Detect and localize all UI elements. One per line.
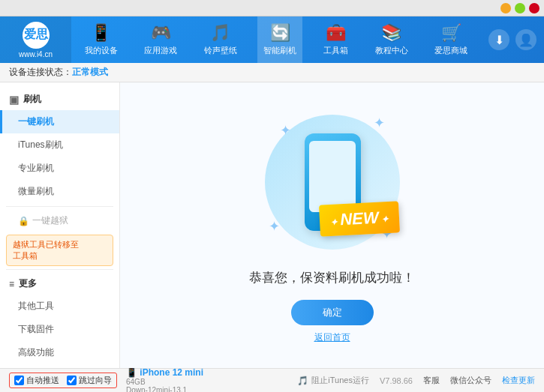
download-button[interactable]: ⬇ <box>488 29 509 50</box>
back-to-home-link[interactable]: 返回首页 <box>314 331 350 344</box>
sidebar-item-advanced[interactable]: 高级功能 <box>0 341 119 364</box>
sparkle-3: ✦ <box>269 218 280 235</box>
device-capacity: 64GB <box>126 378 203 386</box>
version-text: V7.98.66 <box>380 376 413 385</box>
wechat-official-link[interactable]: 微信公众号 <box>450 375 491 386</box>
nav-toolbox[interactable]: 🧰 工具箱 <box>317 16 354 63</box>
sidebar-section-flash: ▣ 刷机 <box>0 88 119 110</box>
nav-app-game[interactable]: 🎮 应用游戏 <box>138 16 183 63</box>
maximize-button[interactable] <box>515 3 525 13</box>
sidebar-item-wipe-flash[interactable]: 微量刷机 <box>0 180 119 203</box>
title-bar <box>0 0 544 16</box>
lock-icon: 🔒 <box>18 216 29 226</box>
store-icon: 🛒 <box>441 23 461 43</box>
skip-wizard-input[interactable] <box>67 376 77 385</box>
bottom-right: 🎵 阻止iTunes运行 V7.98.66 客服 微信公众号 检查更新 <box>297 375 535 386</box>
sidebar-jailbreak-disabled: 🔒 一键越狱 <box>0 210 119 232</box>
sparkle-2: ✦ <box>374 115 385 131</box>
status-value: 正常模式 <box>72 66 108 79</box>
phone-screen <box>309 141 356 212</box>
auto-push-input[interactable] <box>14 376 24 385</box>
close-button[interactable] <box>529 3 539 13</box>
app-game-icon: 🎮 <box>151 23 171 43</box>
nav-store[interactable]: 🛒 爱思商城 <box>428 16 473 63</box>
smart-flash-icon: 🔄 <box>270 23 290 43</box>
device-info: 📱 iPhone 12 mini 64GB Down-12mini-13,1 <box>126 367 203 393</box>
success-text: 恭喜您，保资料刷机成功啦！ <box>249 269 415 286</box>
device-model: Down-12mini-13,1 <box>126 386 203 393</box>
nav-smart-flash[interactable]: 🔄 智能刷机 <box>257 16 302 63</box>
logo-subtitle: www.i4.cn <box>19 50 53 58</box>
nav-ringtone[interactable]: 🎵 铃声壁纸 <box>198 16 243 63</box>
user-button[interactable]: 👤 <box>515 29 536 50</box>
confirm-button[interactable]: 确定 <box>291 300 374 325</box>
sparkle-1: ✦ <box>280 122 291 139</box>
sidebar-item-download-firmware[interactable]: 下载固件 <box>0 318 119 341</box>
skip-wizard-label: 跳过向导 <box>79 375 112 386</box>
minimize-button[interactable] <box>500 3 511 13</box>
tutorial-icon: 📚 <box>381 23 401 43</box>
flash-section-icon: ▣ <box>9 94 19 106</box>
new-badge: NEW <box>319 201 400 236</box>
auto-push-checkbox[interactable]: 自动推送 <box>14 375 59 386</box>
content-area: ✦ ✦ ✦ ✦ NEW 恭喜您，保资料刷机成功啦！ 确定 返回首页 <box>120 82 544 368</box>
nav-store-label: 爱思商城 <box>434 45 467 56</box>
ringtone-icon: 🎵 <box>210 23 230 43</box>
auto-push-label: 自动推送 <box>26 375 59 386</box>
sidebar-divider-1 <box>6 206 113 207</box>
nav-right-actions: ⬇ 👤 <box>481 29 544 50</box>
sidebar-section-more: ≡ 更多 <box>0 273 119 295</box>
header: 爱思 www.i4.cn 📱 我的设备 🎮 应用游戏 🎵 铃声壁纸 🔄 智能刷机… <box>0 16 544 63</box>
itunes-status-text: 阻止iTunes运行 <box>311 375 369 386</box>
toolbox-icon: 🧰 <box>326 23 346 43</box>
status-bar: 设备连接状态： 正常模式 <box>0 63 544 82</box>
skip-wizard-checkbox[interactable]: 跳过向导 <box>67 375 112 386</box>
phone-small-icon: 📱 <box>126 367 137 378</box>
logo-icon: 爱思 <box>23 22 50 49</box>
sidebar: ▣ 刷机 一键刷机 iTunes刷机 专业刷机 微量刷机 🔒 一键越狱 越狱工具… <box>0 82 120 368</box>
nav-my-device-label: 我的设备 <box>85 45 118 56</box>
nav-ringtone-label: 铃声壁纸 <box>204 45 237 56</box>
sidebar-item-one-key-flash[interactable]: 一键刷机 <box>0 110 119 133</box>
nav-app-game-label: 应用游戏 <box>144 45 177 56</box>
nav-my-device[interactable]: 📱 我的设备 <box>79 16 124 63</box>
illustration: ✦ ✦ ✦ ✦ NEW <box>257 107 407 257</box>
jailbreak-notice: 越狱工具已转移至工具箱 <box>6 235 113 266</box>
nav-tutorial-label: 教程中心 <box>375 45 408 56</box>
bottom-bar: 自动推送 跳过向导 📱 iPhone 12 mini 64GB Down-12m… <box>0 368 544 392</box>
device-name: 📱 iPhone 12 mini <box>126 367 203 378</box>
main-layout: ▣ 刷机 一键刷机 iTunes刷机 专业刷机 微量刷机 🔒 一键越狱 越狱工具… <box>0 82 544 368</box>
sidebar-item-pro-flash[interactable]: 专业刷机 <box>0 157 119 180</box>
logo-area: 爱思 www.i4.cn <box>0 16 71 63</box>
bottom-left: 自动推送 跳过向导 📱 iPhone 12 mini 64GB Down-12m… <box>9 367 203 393</box>
itunes-status: 🎵 阻止iTunes运行 <box>297 375 369 386</box>
nav-smart-flash-label: 智能刷机 <box>263 45 296 56</box>
itunes-icon: 🎵 <box>297 376 308 386</box>
sidebar-item-itunes-flash[interactable]: iTunes刷机 <box>0 133 119 157</box>
sidebar-divider-2 <box>6 269 113 270</box>
sidebar-item-other-tools[interactable]: 其他工具 <box>0 295 119 318</box>
nav-toolbox-label: 工具箱 <box>323 45 348 56</box>
status-label: 设备连接状态： <box>9 66 72 79</box>
customer-service-link[interactable]: 客服 <box>423 375 440 386</box>
nav-bar: 📱 我的设备 🎮 应用游戏 🎵 铃声壁纸 🔄 智能刷机 🧰 工具箱 📚 教程中心… <box>71 16 481 63</box>
nav-tutorial[interactable]: 📚 教程中心 <box>369 16 414 63</box>
my-device-icon: 📱 <box>91 23 111 43</box>
flash-section-label: 刷机 <box>23 93 41 106</box>
checkbox-group: 自动推送 跳过向导 <box>9 373 117 388</box>
check-update-button[interactable]: 检查更新 <box>502 375 535 386</box>
more-section-icon: ≡ <box>9 279 14 289</box>
